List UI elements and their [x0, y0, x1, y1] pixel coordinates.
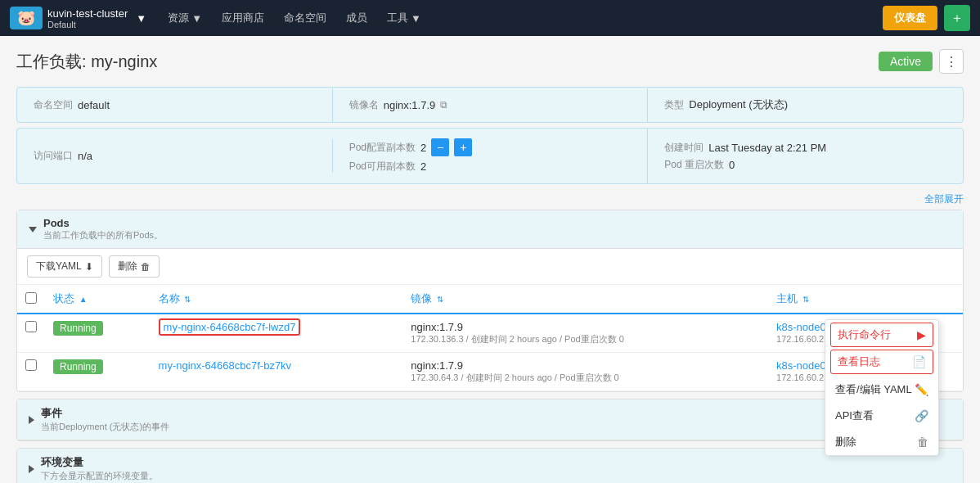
header: 🐷 kuvin-test-cluster Default ▼ 资源 ▼ 应用商店…: [0, 0, 980, 36]
menu-item-api[interactable]: API查看 🔗: [825, 403, 938, 429]
cluster-env: Default: [47, 20, 128, 29]
env-section-header[interactable]: 环境变量 下方会显示配置的环境变量。: [17, 449, 963, 483]
events-expand-icon: [29, 416, 34, 424]
section-expand-icon: [29, 227, 37, 232]
image-sort-icon: ⇅: [437, 295, 443, 304]
row1-checkbox[interactable]: [25, 321, 37, 332]
download-icon: ⬇: [85, 261, 93, 273]
page-title: 工作负载: my-nginx: [16, 51, 157, 73]
col-image[interactable]: 镜像 ⇅: [402, 285, 768, 314]
context-menu: 执行命令行 ▶ 查看日志 📄 查看/编辑 YAML ✏️ API查看 🔗 删除 …: [825, 319, 939, 456]
env-section: 环境变量 下方会显示配置的环境变量。: [16, 448, 964, 483]
cluster-name: kuvin-test-cluster: [47, 7, 128, 20]
info-type: 类型 Deployment (无状态): [648, 88, 963, 122]
nav-appstore[interactable]: 应用商店: [214, 6, 272, 30]
row1-checkbox-cell: [17, 314, 45, 353]
col-name[interactable]: 名称 ⇅: [151, 285, 403, 314]
select-all-checkbox[interactable]: [25, 292, 37, 304]
restart-row: Pod 重启次数 0: [664, 158, 735, 172]
api-icon: 🔗: [915, 409, 928, 422]
info-port: 访问端口 n/a: [17, 139, 333, 173]
row1-pod-name-link[interactable]: my-nginx-64668cbc7f-lwzd7: [159, 318, 301, 336]
nav-namespace[interactable]: 命名空间: [276, 6, 335, 30]
header-right: 仪表盘 ＋: [883, 5, 970, 31]
pods-table: 状态 ▲ 名称 ⇅ 镜像 ⇅ 主机 ⇅: [17, 285, 963, 391]
pod-config-row: Pod配置副本数 2 − +: [349, 138, 473, 156]
row2-image-sub: 172.30.64.3 / 创建时间 2 hours ago / Pod重启次数…: [411, 372, 760, 384]
col-actions: [903, 285, 963, 314]
menu-item-delete[interactable]: 删除 🗑: [825, 429, 938, 455]
menu-item-logs[interactable]: 查看日志 📄: [830, 350, 933, 374]
nav-resources-dropdown-icon: ▼: [191, 12, 202, 25]
row2-image-name: nginx:1.7.9: [411, 359, 760, 372]
logs-icon: 📄: [912, 355, 926, 368]
nav-bar: 资源 ▼ 应用商店 命名空间 成员 工具 ▼: [160, 6, 429, 30]
pod-decrease-button[interactable]: −: [431, 138, 449, 156]
events-section-subtitle: 当前Deployment (无状态)的事件: [41, 421, 169, 433]
title-actions: Active ⋮: [879, 49, 964, 74]
row2-checkbox-cell: [17, 353, 45, 391]
copy-image-icon[interactable]: ⧉: [440, 99, 447, 111]
events-section: 事件 当前Deployment (无状态)的事件: [16, 399, 964, 441]
nav-tools-dropdown-icon: ▼: [411, 12, 421, 25]
host-sort-icon: ⇅: [802, 295, 809, 304]
yaml-icon: ✏️: [915, 383, 928, 396]
row1-status-cell: Running: [45, 314, 151, 353]
active-badge: Active: [879, 52, 933, 71]
logo-icon: 🐷: [10, 7, 43, 29]
row1-name-cell: my-nginx-64668cbc7f-lwzd7: [151, 314, 403, 353]
pod-available-row: Pod可用副本数 2: [349, 160, 427, 174]
table-row: Running my-nginx-64668cbc7f-bz7kv nginx:…: [17, 353, 963, 391]
cluster-info: kuvin-test-cluster Default: [47, 7, 128, 29]
nav-resources[interactable]: 资源 ▼: [160, 6, 210, 30]
row2-name-cell: my-nginx-64668cbc7f-bz7kv: [151, 353, 403, 391]
info-card-2: 访问端口 n/a Pod配置副本数 2 − + Pod可用副本数 2 创建时间 …: [16, 128, 964, 184]
env-expand-icon: [29, 465, 34, 473]
row2-checkbox[interactable]: [25, 359, 37, 371]
table-header-row: 状态 ▲ 名称 ⇅ 镜像 ⇅ 主机 ⇅: [17, 285, 963, 314]
row1-image-name: nginx:1.7.9: [411, 321, 760, 333]
pods-section-title: Pods: [43, 217, 163, 229]
events-section-title: 事件: [41, 406, 169, 421]
row1-status-badge: Running: [53, 321, 103, 336]
nav-members[interactable]: 成员: [338, 6, 375, 30]
pod-increase-button[interactable]: +: [454, 138, 472, 156]
menu-item-exec[interactable]: 执行命令行 ▶: [830, 323, 933, 347]
info-pod-replicas: Pod配置副本数 2 − + Pod可用副本数 2: [333, 129, 649, 183]
info-created: 创建时间 Last Tuesday at 2:21 PM Pod 重启次数 0: [648, 131, 963, 182]
row2-pod-name-link[interactable]: my-nginx-64668cbc7f-bz7kv: [159, 359, 292, 372]
add-button[interactable]: ＋: [944, 5, 970, 31]
delete-icon: 🗑: [141, 261, 151, 273]
pods-section: Pods 当前工作负载中的所有Pods。 下载YAML ⬇ 删除 🗑: [16, 210, 964, 392]
events-section-header[interactable]: 事件 当前Deployment (无状态)的事件: [17, 399, 963, 440]
more-button[interactable]: ⋮: [939, 49, 964, 74]
menu-delete-icon: 🗑: [917, 436, 928, 449]
col-checkbox: [17, 285, 45, 314]
info-namespace: 命名空间 default: [17, 88, 333, 122]
pods-section-header[interactable]: Pods 当前工作负载中的所有Pods。: [17, 210, 963, 249]
expand-all[interactable]: 全部展开: [16, 189, 964, 210]
row2-host-link[interactable]: k8s-node02: [776, 359, 832, 372]
download-yaml-button[interactable]: 下载YAML ⬇: [27, 255, 102, 278]
info-card-1: 命名空间 default 镜像名 nginx:1.7.9 ⧉ 类型 Deploy…: [16, 87, 964, 123]
page-title-row: 工作负载: my-nginx Active ⋮: [16, 49, 964, 74]
row1-host-link[interactable]: k8s-node01: [776, 321, 832, 333]
delete-button[interactable]: 删除 🗑: [109, 255, 160, 278]
col-host[interactable]: 主机 ⇅: [768, 285, 903, 314]
exec-icon: ▶: [917, 328, 926, 341]
pods-section-subtitle: 当前工作负载中的所有Pods。: [43, 229, 163, 242]
env-section-title: 环境变量: [41, 455, 158, 470]
menu-item-yaml[interactable]: 查看/编辑 YAML ✏️: [825, 377, 938, 403]
row2-status-cell: Running: [45, 353, 151, 391]
created-row: 创建时间 Last Tuesday at 2:21 PM: [664, 141, 826, 155]
status-sort-icon: ▲: [79, 295, 88, 304]
nav-tools[interactable]: 工具 ▼: [379, 6, 429, 30]
logo-area: 🐷 kuvin-test-cluster Default ▼: [10, 7, 146, 29]
row1-image-sub: 172.30.136.3 / 创建时间 2 hours ago / Pod重启次…: [411, 333, 760, 345]
table-row: Running my-nginx-64668cbc7f-lwzd7 nginx:…: [17, 314, 963, 353]
cluster-dropdown-icon[interactable]: ▼: [136, 12, 146, 25]
table-toolbar: 下载YAML ⬇ 删除 🗑: [17, 249, 963, 285]
col-status[interactable]: 状态 ▲: [45, 285, 151, 314]
row2-image-cell: nginx:1.7.9 172.30.64.3 / 创建时间 2 hours a…: [402, 353, 768, 391]
dashboard-button[interactable]: 仪表盘: [883, 6, 937, 30]
